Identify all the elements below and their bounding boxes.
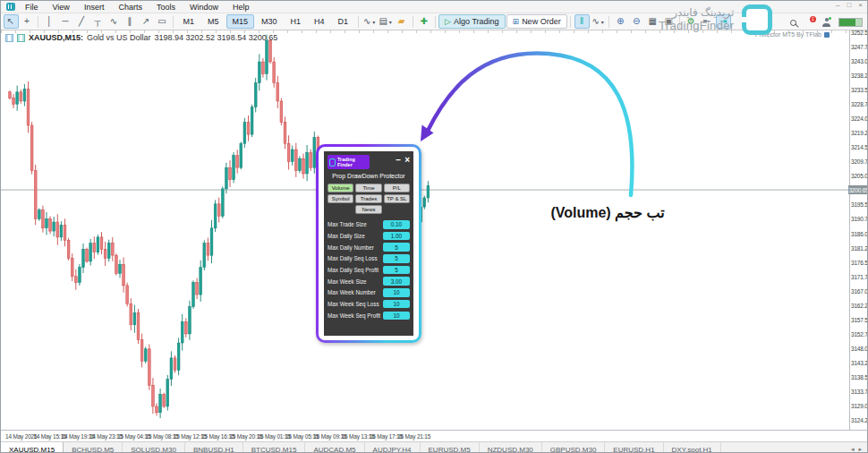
- freehand-draw-tool[interactable]: ∿: [106, 14, 122, 29]
- price-axis-label: 3186.00: [851, 231, 868, 237]
- panel-field-row: Max Week Seq Profit10: [328, 312, 410, 321]
- symbol-tab-audcad-m5[interactable]: AUDCAD,M5: [305, 442, 364, 453]
- algo-trading-button[interactable]: ▷Algo Trading: [438, 14, 505, 29]
- tradingfinder-watermark: تریدینگ فایندر TradingFinder: [659, 4, 772, 35]
- symbol-tab-audjpy-h4[interactable]: AUDJPY,H4: [365, 442, 421, 453]
- user-account-icon[interactable]: [822, 18, 830, 27]
- symbol-tab-bchusd-m5[interactable]: BCHUSD,M5: [64, 442, 123, 453]
- panel-field-value[interactable]: 10: [383, 300, 410, 309]
- chart-title: XAUUSD,M15: Gold vs US Dollar 3198.94 32…: [5, 33, 277, 42]
- price-axis-label: 3148.00: [851, 346, 868, 352]
- panel-field-value[interactable]: 1.00: [383, 232, 410, 241]
- panel-field-value[interactable]: 5: [383, 254, 410, 263]
- panel-field-value[interactable]: 5: [383, 243, 410, 252]
- panel-tab-volume[interactable]: Volume: [328, 184, 353, 192]
- tradingfinder-logo-text: Trading Finder: [337, 157, 355, 167]
- price-axis-label: 3176.50: [851, 260, 868, 266]
- tab-nav-left-icon[interactable]: ◂: [851, 446, 855, 453]
- timeframe-m1[interactable]: M1: [177, 14, 201, 29]
- panel-close-button[interactable]: ×: [404, 156, 410, 165]
- panel-field-value[interactable]: 10: [383, 312, 410, 321]
- new-chart-symbol[interactable]: ✚: [416, 14, 431, 29]
- panel-field-row: Max Week Size3.00: [328, 277, 410, 286]
- symbol-tab-btcusd-m15[interactable]: BTCUSD,M15: [243, 442, 306, 453]
- panel-field-label: Max Daily Seq Loss: [328, 255, 378, 261]
- timeframe-h1[interactable]: H1: [285, 14, 308, 29]
- price-axis[interactable]: 3252.503247.753243.003238.253233.503228.…: [849, 30, 868, 430]
- toolbar-divider: [570, 16, 571, 28]
- timeframe-h1-label: H1: [291, 17, 302, 26]
- window-restore-button[interactable]: □: [847, 2, 851, 9]
- trend-angle-tool[interactable]: ┬: [90, 14, 106, 29]
- timeframe-h4[interactable]: H4: [308, 14, 331, 29]
- panel-field-label: Max Week Size: [328, 278, 367, 285]
- tab-nav-right-icon[interactable]: ▸: [858, 446, 862, 453]
- data-window-toggle[interactable]: ‖: [574, 14, 590, 29]
- chart-type-menu[interactable]: ▤▾: [378, 14, 393, 29]
- timeframe-m30[interactable]: M30: [255, 14, 284, 29]
- arrow-tool[interactable]: ↗: [139, 14, 154, 29]
- symbol-tab-xauusd-m15[interactable]: XAUUSD,M15: [1, 442, 64, 453]
- price-axis-label: 3143.25: [851, 360, 868, 366]
- panel-field-value[interactable]: 10: [383, 288, 410, 297]
- panel-minimize-button[interactable]: −: [396, 156, 401, 165]
- cursor-tool[interactable]: ↖: [4, 14, 19, 29]
- menu-window[interactable]: Window: [183, 3, 226, 12]
- menu-charts[interactable]: Charts: [111, 3, 149, 12]
- search-icon[interactable]: [790, 20, 796, 26]
- trendline-tool[interactable]: ╱: [74, 14, 89, 29]
- zoom-in-button[interactable]: ⊕: [613, 14, 628, 29]
- vertical-line-tool[interactable]: │: [42, 14, 57, 29]
- chart-grid-icon[interactable]: [5, 34, 13, 42]
- symbol-tab-dxy-spot-h1[interactable]: DXY.spot,H1: [664, 442, 721, 453]
- timeframe-m5[interactable]: M5: [201, 14, 226, 29]
- window-close-button[interactable]: ×: [858, 2, 863, 9]
- toolbar-divider: [413, 16, 413, 28]
- symbol-tab-eurusd-h1[interactable]: EURUSD,H1: [605, 442, 663, 453]
- rectangle-tool[interactable]: ▭: [155, 14, 170, 29]
- price-axis-label: 3252.50: [851, 30, 868, 36]
- time-axis[interactable]: 14 May 202514 May 15:1514 May 19:1514 Ma…: [1, 430, 867, 441]
- zoom-out-button[interactable]: ⊖: [629, 14, 644, 29]
- vertical-line-tool-icon: │: [47, 17, 52, 26]
- panel-field-value[interactable]: 3.00: [383, 277, 410, 286]
- indicators-menu[interactable]: ∿▾: [362, 14, 377, 29]
- crosshair-tool[interactable]: +: [20, 14, 35, 29]
- symbol-tab-eurusd-m5[interactable]: EURUSD,M5: [421, 442, 480, 453]
- panel-field-value[interactable]: 0.10: [383, 220, 410, 229]
- panel-field-value[interactable]: 5: [383, 266, 410, 275]
- menu-help[interactable]: Help: [226, 3, 257, 12]
- panel-field-label: Max Week Number: [328, 289, 376, 295]
- horizontal-line-tool[interactable]: ─: [58, 14, 73, 29]
- panel-tab-tp-sl[interactable]: TP & SL: [384, 194, 410, 203]
- panel-tab-symbol[interactable]: Symbol: [328, 194, 353, 203]
- dropdown-caret-icon: ▾: [389, 19, 392, 25]
- chart-candles-icon[interactable]: [17, 34, 25, 42]
- window-minimize-button[interactable]: –: [836, 2, 839, 9]
- quotes-menu[interactable]: ∿▾: [591, 14, 606, 29]
- panel-tab-trades[interactable]: Trades: [355, 194, 381, 203]
- panel-tab-p-l[interactable]: P/L: [384, 184, 410, 192]
- profiles-folder[interactable]: ▰: [394, 14, 409, 29]
- menu-tools[interactable]: Tools: [149, 3, 183, 12]
- timeframe-d1[interactable]: D1: [332, 14, 355, 29]
- symbol-tab-solusd-m30[interactable]: SOLUSD,M30: [123, 442, 185, 453]
- panel-tab-news[interactable]: News: [355, 205, 381, 214]
- price-axis-label: 3243.00: [851, 58, 868, 64]
- menu-view[interactable]: View: [46, 3, 77, 12]
- new-order-button[interactable]: ⊞New Order: [506, 14, 567, 29]
- price-axis-label: 3224.00: [851, 115, 868, 122]
- symbol-tab-nzdusd-m30[interactable]: NZDUSD,M30: [480, 442, 542, 453]
- timeframe-m15[interactable]: M15: [226, 14, 255, 29]
- channel-tool[interactable]: ∥: [123, 14, 138, 29]
- panel-tab-time[interactable]: Time: [355, 184, 381, 192]
- menu-insert[interactable]: Insert: [77, 3, 112, 12]
- menu-file[interactable]: File: [18, 3, 46, 12]
- notification-icon[interactable]: 1: [804, 19, 814, 27]
- arrow-tool-icon: ↗: [142, 17, 149, 26]
- symbol-tab-gbpusd-m30[interactable]: GBPUSD,M30: [542, 442, 606, 453]
- symbol-tab-bnbusd-h1[interactable]: BNBUSD,H1: [185, 442, 243, 453]
- toolbar-sections: ↖+│─╱┬∿∥↗▭M1M5M15M30H1H4D1∿▾▤▾▰✚▷Algo Tr…: [3, 14, 731, 29]
- candlestick-chart[interactable]: [1, 30, 849, 430]
- toolbar-divider: [608, 16, 609, 28]
